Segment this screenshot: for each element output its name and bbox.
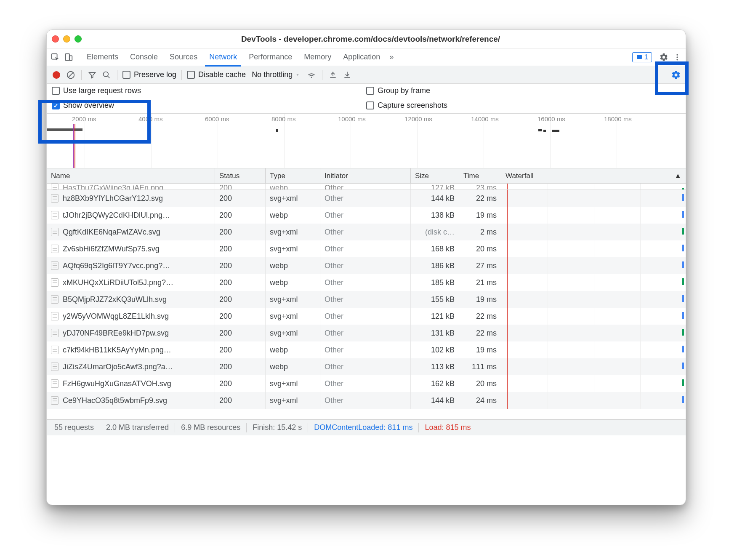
timeline-tick: 16000 ms [537,115,565,123]
table-row[interactable]: B5QMjpRJZ72xKQ3uWLlh.svg200svg+xmlOther1… [47,291,686,308]
checkbox-icon [122,71,130,79]
table-row[interactable]: tJOhr2jBQWy2CdKHDlUl.png…200webpOther138… [47,207,686,224]
table-header: Name Status Type Initiator Size Time Wat… [47,168,686,184]
record-button[interactable] [51,69,62,80]
device-toggle-icon[interactable] [63,51,74,63]
file-icon [51,363,59,371]
file-icon [51,295,59,304]
filter-icon[interactable] [87,69,98,80]
column-waterfall[interactable]: Waterfall▲ [501,168,686,183]
column-name[interactable]: Name [47,168,215,183]
titlebar: DevTools - developer.chrome.com/docs/dev… [47,30,686,48]
file-icon [51,312,59,320]
status-requests: 55 requests [48,423,100,432]
devtools-window: DevTools - developer.chrome.com/docs/dev… [46,29,686,505]
status-transferred: 2.0 MB transferred [100,423,175,432]
file-icon [51,184,59,189]
network-settings-icon[interactable] [670,69,681,80]
column-status[interactable]: Status [215,168,266,183]
svg-point-5 [676,56,678,58]
file-icon [51,346,59,354]
file-icon [51,194,59,203]
column-initiator[interactable]: Initiator [320,168,411,183]
network-toolbar: Preserve log Disable cache No throttling [47,66,686,84]
show-overview-checkbox[interactable]: Show overview [52,101,366,110]
group-by-frame-checkbox[interactable]: Group by frame [366,86,681,95]
table-row[interactable]: yDJ70NF49BREe9kHD7pw.svg200svg+xmlOther1… [47,325,686,341]
issues-badge[interactable]: 1 [632,52,652,62]
close-button[interactable] [52,35,59,43]
table-row[interactable]: y2W5yVOMWqgL8ZE1Lklh.svg200svg+xmlOther1… [47,308,686,325]
column-type[interactable]: Type [266,168,320,183]
table-row[interactable]: Zv6sbHi6fZfZMWufSp75.svg200svg+xmlOther1… [47,240,686,257]
tabs-overflow[interactable]: » [387,48,396,66]
svg-line-10 [108,76,110,78]
tab-network[interactable]: Network [204,48,242,66]
status-domcontentloaded: DOMContentLoaded: 811 ms [308,423,418,432]
checkbox-icon [187,71,195,79]
svg-rect-13 [345,77,350,78]
timeline-tick: 14000 ms [471,115,499,123]
table-row[interactable]: hz8BXb9YlYLhCGarY12J.svg200svg+xmlOther1… [47,190,686,207]
timeline-tick: 12000 ms [404,115,432,123]
timeline-load-marker [74,124,75,168]
window-title: DevTools - developer.chrome.com/docs/dev… [82,35,681,44]
svg-line-8 [68,72,74,77]
checkbox-icon [366,87,374,95]
table-row[interactable]: AQfq69qS2Ig6lT9Y7vcc.png?…200webpOther18… [47,257,686,274]
maximize-button[interactable] [74,35,82,43]
tab-memory[interactable]: Memory [299,48,336,66]
svg-rect-12 [330,77,336,78]
table-row[interactable]: c7kf94kHB11kK5AyYyMn.png…200webpOther102… [47,341,686,358]
use-large-rows-checkbox[interactable]: Use large request rows [52,86,366,95]
file-icon [51,211,59,219]
kebab-menu-icon[interactable] [671,51,683,63]
table-row[interactable]: xMKUHQxXLiRDiiUTol5J.png?…200webpOther18… [47,274,686,291]
column-size[interactable]: Size [411,168,459,183]
timeline-tick: 10000 ms [338,115,366,123]
tab-console[interactable]: Console [125,48,163,66]
checkbox-checked-icon [52,101,60,109]
minimize-button[interactable] [63,35,70,43]
clear-button[interactable] [65,69,76,80]
capture-screenshots-checkbox[interactable]: Capture screenshots [366,101,681,110]
svg-rect-1 [66,53,69,60]
disable-cache-checkbox[interactable]: Disable cache [187,70,246,79]
issues-count: 1 [644,53,648,61]
file-icon [51,396,59,405]
request-table[interactable]: HasThu7GxWiipe3q iAEn.png…200webpOther12… [47,184,686,419]
sort-indicator-icon: ▲ [674,172,681,180]
timeline-bar [47,128,82,131]
column-time[interactable]: Time [459,168,501,183]
tab-application[interactable]: Application [338,48,385,66]
timeline-tick: 2000 ms [72,115,96,123]
import-har-icon[interactable] [327,69,338,80]
svg-point-6 [676,59,678,60]
settings-icon[interactable] [658,51,670,63]
overview-timeline[interactable]: 2000 ms4000 ms6000 ms8000 ms10000 ms1200… [47,114,686,168]
tab-elements[interactable]: Elements [82,48,123,66]
svg-point-9 [104,72,109,77]
timeline-tick: 6000 ms [205,115,229,123]
table-row[interactable]: HasThu7GxWiipe3q iAEn.png…200webpOther12… [47,184,686,190]
throttling-select[interactable]: No throttling [249,70,303,79]
table-row[interactable]: JiZisZ4UmarOjo5cAwf3.png?a…200webpOther1… [47,358,686,375]
svg-point-4 [676,54,678,55]
tab-performance[interactable]: Performance [244,48,297,66]
network-conditions-icon[interactable] [306,69,317,80]
status-finish: Finish: 15.42 s [247,423,308,432]
inspect-icon[interactable] [49,51,61,63]
panel-tabs: Elements Console Sources Network Perform… [47,48,686,66]
file-icon [51,379,59,388]
search-icon[interactable] [101,69,112,80]
window-controls [52,35,82,43]
file-icon [51,278,59,287]
checkbox-icon [366,101,374,109]
preserve-log-checkbox[interactable]: Preserve log [122,70,176,79]
export-har-icon[interactable] [342,69,353,80]
tab-sources[interactable]: Sources [165,48,202,66]
table-row[interactable]: FzH6gwuHgXuGnasATVOH.svg200svg+xmlOther1… [47,375,686,392]
file-icon [51,329,59,337]
table-row[interactable]: QgftKdIKE6NqaFwlZAVc.svg200svg+xmlOther(… [47,224,686,240]
table-row[interactable]: Ce9YHacO35q8t5wbmFp9.svg200svg+xmlOther1… [47,392,686,409]
